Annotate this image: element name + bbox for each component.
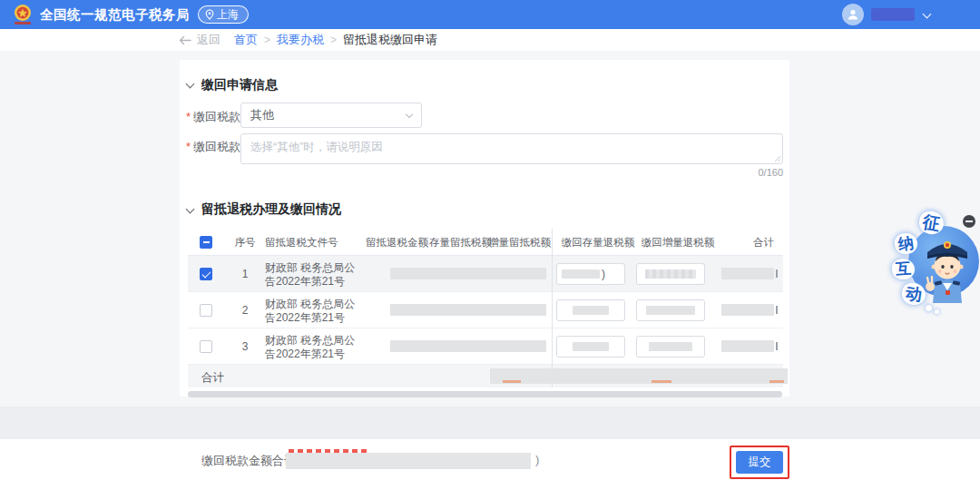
row-doc-no: 财政部 税务总局公告2022年第21号 [265,298,356,325]
clipped-orange-digits [503,380,521,383]
breadcrumb-bar: 返回 首页>我要办税>留抵退税缴回申请 [0,29,980,51]
breadcrumb-separator: > [324,34,343,46]
clipped-digit [776,306,778,314]
clipped-orange-digits [652,380,671,383]
redacted-value [562,269,600,279]
location-label: 上海 [217,7,239,23]
location-selector[interactable]: 上海 [198,5,249,24]
submit-button[interactable]: 提交 [736,451,783,474]
col-header-return-incremental: 缴回增量退税额 [638,236,718,250]
table-header-row: 序号 留抵退税文件号 留抵退税金额 存量留抵税额 增量留抵税额 缴回存量退税额 … [188,229,783,256]
back-label: 返回 [197,29,220,51]
reason-select-value: 其他 [250,107,274,123]
breadcrumb-separator: > [258,34,277,46]
return-incremental-input[interactable] [636,299,705,321]
redacted-value [573,342,609,351]
return-stock-input[interactable] [556,299,625,321]
row-checkbox[interactable] [200,304,212,317]
horizontal-scrollbar[interactable] [188,391,782,397]
row-checkbox[interactable] [200,340,212,353]
tax-emblem-icon [11,3,34,26]
redacted-value [390,268,546,279]
row-seq: 2 [222,304,268,317]
tax-officer-mascot [920,232,975,305]
user-name-redacted[interactable] [871,8,915,21]
app-title: 全国统一规范电子税务局 [40,0,190,29]
section-title-refund-status: 留抵退税办理及缴回情况 [201,201,341,218]
minimize-button[interactable] [963,215,975,228]
interaction-assistant-widget[interactable]: 征 纳 互 动 [878,207,980,314]
breadcrumb: 首页>我要办税>留抵退税缴回申请 [234,29,437,51]
total-row-label: 合计 [201,370,224,386]
required-mark: * [186,110,191,123]
bubble-dot [926,305,932,311]
table-row: 2 财政部 税务总局公告2022年第21号 [188,292,783,328]
redacted-value [645,269,696,279]
redacted-total-values [490,368,788,384]
reason-select[interactable]: 其他 [240,103,422,128]
row-doc-no: 财政部 税务总局公告2022年第21号 [265,334,356,361]
redacted-value [646,306,695,315]
return-incremental-input[interactable] [636,336,705,358]
back-arrow-icon [179,35,191,45]
user-avatar[interactable] [842,4,864,25]
char-counter: 0/160 [692,167,783,178]
footer-bar: 缴回税款金额合计 ) 提交 [0,439,980,480]
col-header-total: 合计 [729,236,774,250]
closing-paren: ) [535,453,539,466]
back-button[interactable]: 返回 [179,29,220,51]
row-doc-no: 财政部 税务总局公告2022年第21号 [265,261,356,289]
clipped-digit [776,342,778,350]
return-stock-input[interactable] [556,336,625,358]
location-pin-icon [205,9,214,20]
redacted-value [573,306,609,315]
redacted-total-amount [286,453,531,469]
section-title-return-application: 缴回申请信息 [201,77,278,93]
redacted-value [721,268,774,279]
select-all-checkbox[interactable] [200,236,212,249]
return-incremental-input[interactable] [636,263,705,285]
fixed-column-divider [552,229,553,387]
clipped-digit [776,269,778,278]
redacted-value [390,340,546,352]
col-header-seq: 序号 [222,236,268,250]
col-header-refund-amount: 留抵退税金额 [363,236,428,250]
row-seq: 1 [222,268,268,280]
col-header-doc-no: 留抵退税文件号 [265,236,338,250]
redacted-value [390,304,546,316]
breadcrumb-tax-services[interactable]: 我要办税 [277,33,324,46]
resize-handle-icon[interactable] [773,154,781,162]
breadcrumb-home[interactable]: 首页 [234,33,258,46]
breadcrumb-current: 留抵退税缴回申请 [343,33,437,46]
row-seq: 3 [222,340,268,353]
table-row: 1 财政部 税务总局公告2022年第21号 ) [188,256,783,292]
person-icon [847,8,859,21]
detail-textarea-wrap [240,133,783,164]
table-row: 3 财政部 税务总局公告2022年第21号 [188,328,783,365]
chevron-down-icon[interactable] [923,10,932,19]
refund-table: 序号 留抵退税文件号 留抵退税金额 存量留抵税额 增量留抵税额 缴回存量退税额 … [188,229,783,387]
bubble-dot [935,309,939,314]
table-total-row: 合计 [188,365,783,387]
col-header-stock-credit: 存量留抵税额 [429,236,487,250]
detail-textarea[interactable] [240,133,783,164]
required-mark: * [186,140,191,153]
redacted-value [649,342,692,351]
redacted-value [721,304,774,316]
redacted-value [721,340,774,352]
chevron-down-icon [406,111,413,118]
input-suffix: ) [602,268,605,280]
col-header-return-stock: 缴回存量退税额 [558,236,638,250]
app-header: 全国统一规范电子税务局 上海 [0,0,980,29]
clipped-orange-digits [769,380,784,383]
return-stock-input[interactable]: ) [556,263,625,285]
col-header-incremental-credit: 增量留抵税额 [488,236,546,250]
tax-bureau-page: 全国统一规范电子税务局 上海 返回 首页>我要办税>留抵退税缴回申请 [0,0,980,480]
row-checkbox[interactable] [200,268,212,280]
separator-band [0,407,980,439]
footer-total-label: 缴回税款金额合计 [201,453,296,469]
